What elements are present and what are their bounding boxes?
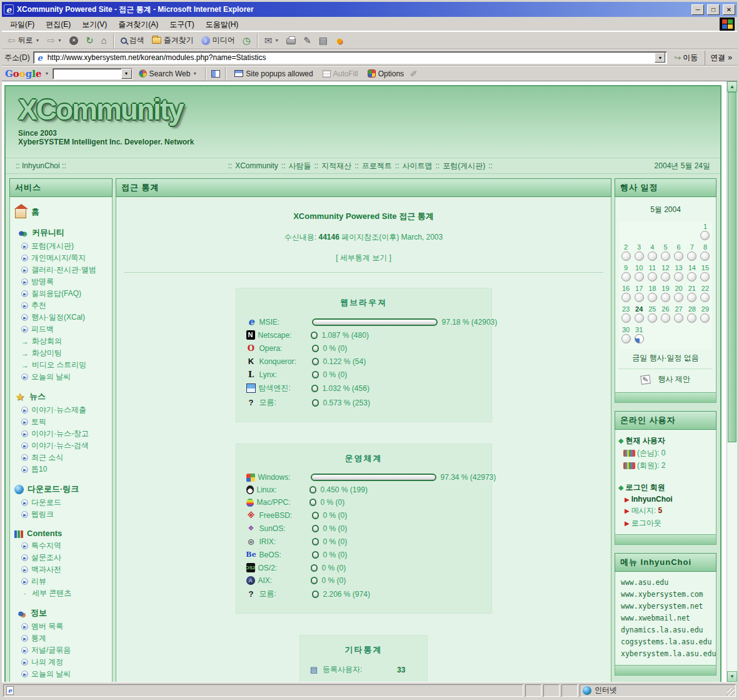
menu-link[interactable]: www.xybersystem.com <box>621 589 710 601</box>
favorites-button[interactable]: 즐겨찾기 <box>149 33 197 48</box>
sidebar-link[interactable]: ▶멤버 목록 <box>14 621 108 632</box>
calendar-day[interactable]: 9 <box>620 264 632 283</box>
calendar-day[interactable]: 17 <box>633 285 645 303</box>
search-web-dropdown-icon[interactable]: ▼ <box>193 71 197 76</box>
menu-link[interactable]: dynamics.la.asu.edu <box>621 624 710 636</box>
sidebar-link[interactable]: ▶이야기·뉴스-창고 <box>14 428 108 440</box>
calendar-day[interactable]: 16 <box>620 285 632 303</box>
sidebar-link[interactable]: ▶추천 <box>14 300 108 312</box>
sidebar-group-downloads[interactable]: 다운로드·링크 <box>14 484 108 495</box>
nav-link[interactable]: 프로젝트 <box>362 161 392 170</box>
autofill-button[interactable]: AutoFill <box>319 66 361 81</box>
calendar-day[interactable]: 12 <box>659 264 671 283</box>
calendar-day[interactable]: 4 <box>646 243 658 262</box>
sidebar-link[interactable]: →비디오 스트리밍 <box>14 359 108 371</box>
sidebar-link[interactable]: ▶저널/글묶음 <box>14 644 108 656</box>
menu-item[interactable]: 파일(F) <box>4 18 40 31</box>
messenger-button[interactable]: ☻ <box>332 33 348 48</box>
print-button[interactable] <box>283 33 299 48</box>
calendar-day[interactable]: 6 <box>673 243 685 262</box>
logout-link[interactable]: 로그아웃 <box>631 518 661 529</box>
sidebar-link[interactable]: →화상미팅 <box>14 347 108 359</box>
mail-button[interactable]: ✉ ▼ <box>261 33 283 48</box>
calendar-day[interactable]: 10 <box>633 264 645 283</box>
menu-link[interactable]: cogsystems.la.asu.edu <box>621 636 710 648</box>
minimize-button[interactable]: ─ <box>691 4 704 15</box>
sidebar-group-news[interactable]: ★뉴스 <box>14 391 108 402</box>
calendar-day[interactable]: 21 <box>686 285 698 303</box>
sidebar-link[interactable]: ▶갤러리·전시관·앨범 <box>14 264 108 276</box>
navbar-user[interactable]: :: InhyunChoi :: <box>16 161 66 170</box>
sidebar-link[interactable]: ▶피드백 <box>14 323 108 335</box>
options-button[interactable]: Options <box>364 66 407 81</box>
calendar-day[interactable]: 2 <box>620 243 632 262</box>
close-button[interactable]: ✕ <box>723 4 735 15</box>
menu-item[interactable]: 보기(V) <box>76 18 113 31</box>
calendar-day[interactable]: 1 <box>699 223 711 241</box>
sidebar-link[interactable]: ▶나의 계정 <box>14 656 108 668</box>
calendar-day[interactable]: 22 <box>699 285 711 303</box>
sidebar-link[interactable]: ▶리뷰 <box>14 576 108 587</box>
address-url[interactable]: http://www.xybersystem.net/korean/module… <box>48 53 653 62</box>
sidebar-link[interactable]: ▶다운로드 <box>14 497 108 509</box>
calendar-day[interactable]: 5 <box>659 243 671 262</box>
google-logo[interactable]: Google <box>5 68 42 79</box>
go-button[interactable]: ↪ 이동 <box>670 53 701 63</box>
sidebar-link[interactable]: ▶행사·일정(XCal) <box>14 312 108 323</box>
calendar-day[interactable]: 3 <box>633 243 645 262</box>
refresh-button[interactable]: ↻ <box>83 33 97 48</box>
menu-link[interactable]: www.xwebmail.net <box>621 612 710 624</box>
maximize-button[interactable]: □ <box>707 4 720 15</box>
scroll-up-button[interactable]: ▲ <box>727 81 737 92</box>
calendar-day[interactable]: 20 <box>673 285 685 303</box>
sidebar-link[interactable]: ▶방명록 <box>14 276 108 288</box>
messages-link[interactable]: 메시지: 5 <box>631 505 662 516</box>
calendar-day[interactable]: 7 <box>686 243 698 262</box>
google-dropdown-icon[interactable]: ▼ <box>45 71 49 76</box>
site-logo[interactable]: XCommunity <box>18 95 720 124</box>
calendar-day[interactable]: 13 <box>673 264 685 283</box>
sidebar-group-contents[interactable]: Contents <box>14 529 108 538</box>
menu-link[interactable]: xybersystem.la.asu.edu <box>621 648 710 660</box>
forward-dropdown-icon[interactable]: ▼ <box>58 38 62 43</box>
menu-item[interactable]: 편집(E) <box>40 18 76 31</box>
calendar-day[interactable]: 8 <box>699 243 711 262</box>
nav-link[interactable]: 사이트맵 <box>403 161 433 170</box>
calendar-day[interactable]: 23 <box>620 305 632 324</box>
calendar-day[interactable]: 18 <box>646 285 658 303</box>
highlight-pen-icon[interactable]: ✐ <box>410 69 418 79</box>
menu-item[interactable]: 즐겨찾기(A) <box>113 18 164 31</box>
sidebar-link[interactable]: ▶이야기·뉴스제출 <box>14 404 108 416</box>
logged-in-username[interactable]: InhyunChoi <box>631 495 673 504</box>
calendar-day[interactable]: 27 <box>673 305 685 324</box>
sidebar-link[interactable]: ▶이야기·뉴스-검색 <box>14 440 108 452</box>
forward-button[interactable]: ⇨ ▼ <box>44 33 66 48</box>
google-search-dropdown[interactable]: ▼ <box>121 69 132 79</box>
suggest-event-link[interactable]: ✎ 행사 제안 <box>618 374 713 385</box>
nav-link[interactable]: 지적재산 <box>321 161 351 170</box>
edit-button[interactable]: ✎ <box>300 33 314 48</box>
sidebar-item-home[interactable]: 홈 <box>15 206 108 218</box>
sidebar-link[interactable]: ▶백과사전 <box>14 564 108 576</box>
vertical-scrollbar[interactable]: ▲ ▼ <box>726 81 737 682</box>
nav-link[interactable]: XCommunity <box>235 161 278 170</box>
sidebar-link[interactable]: ▶특수지역 <box>14 540 108 552</box>
mail-dropdown-icon[interactable]: ▼ <box>274 38 279 43</box>
sidebar-link[interactable]: ▶오늘의 날씨 <box>14 371 108 383</box>
discuss-button[interactable]: ▤ <box>316 33 331 48</box>
back-button[interactable]: ⇦ 뒤로 ▼ <box>4 33 43 48</box>
calendar-day[interactable]: 31 <box>633 326 645 345</box>
calendar-day[interactable]: 24 <box>633 305 645 324</box>
sidebar-link[interactable]: ▶개인메시지/쪽지 <box>14 252 108 264</box>
calendar-day[interactable]: 28 <box>686 305 698 324</box>
back-dropdown-icon[interactable]: ▼ <box>36 38 40 43</box>
calendar-day[interactable]: 25 <box>646 305 658 324</box>
sidebar-link[interactable]: ▶포럼(게시판) <box>14 240 108 252</box>
calendar-day[interactable]: 11 <box>646 264 658 283</box>
scrollbar-track[interactable] <box>727 442 737 671</box>
calendar-day[interactable]: 30 <box>620 326 632 345</box>
calendar-day[interactable]: 26 <box>659 305 671 324</box>
search-web-button[interactable]: Search Web ▼ <box>136 66 201 81</box>
calendar-day[interactable]: 19 <box>659 285 671 303</box>
popup-blocker-button[interactable]: Site popups allowed <box>231 66 316 81</box>
